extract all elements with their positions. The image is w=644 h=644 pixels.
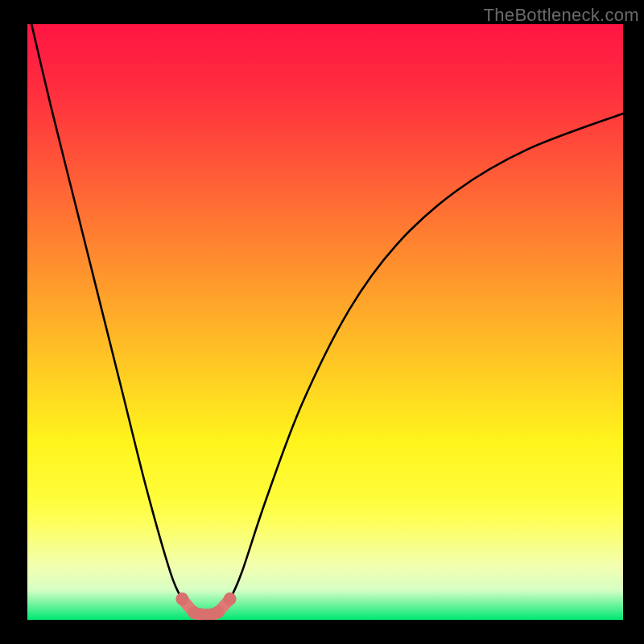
minimum-marker-dot <box>175 592 188 605</box>
minimum-marker-dot <box>224 592 237 605</box>
minimum-marker-dot <box>212 605 225 618</box>
chart-frame: TheBottleneck.com <box>0 0 644 644</box>
plot-area <box>27 24 623 620</box>
watermark-text: TheBottleneck.com <box>484 5 639 26</box>
curve-layer <box>27 24 623 620</box>
bottleneck-curve <box>27 24 623 615</box>
